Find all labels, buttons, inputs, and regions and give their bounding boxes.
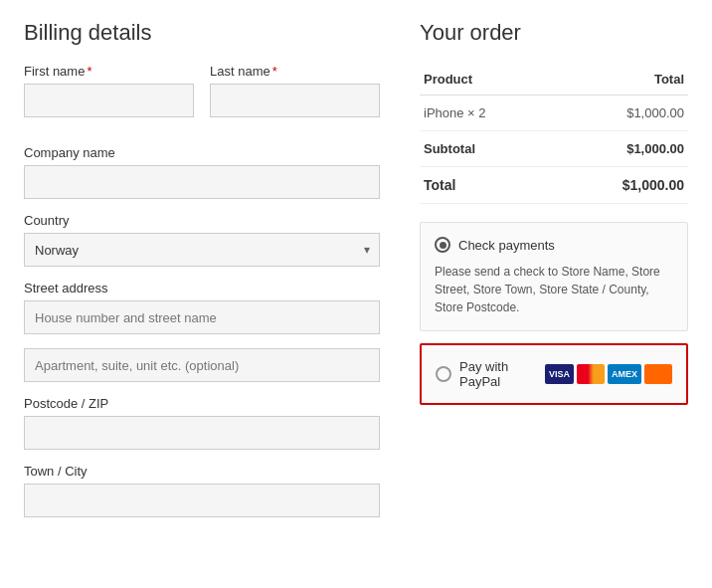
paypal-card-icons: VISA AMEX	[545, 364, 672, 384]
apt-input[interactable]	[24, 348, 380, 382]
town-input[interactable]	[24, 484, 380, 517]
billing-section: Billing details First name* Last name* C…	[24, 20, 380, 531]
order-table: Product Total iPhone × 2 $1,000.00 Subto…	[420, 64, 688, 204]
mastercard-icon	[577, 364, 605, 384]
postcode-label: Postcode / ZIP	[24, 396, 380, 411]
town-label: Town / City	[24, 464, 380, 479]
first-name-group: First name*	[24, 64, 194, 117]
street-input[interactable]	[24, 300, 380, 334]
table-row: iPhone × 2 $1,000.00	[420, 96, 688, 131]
check-payment-option[interactable]: Check payments Please send a check to St…	[420, 222, 688, 331]
order-section: Your order Product Total iPhone × 2 $1,0…	[420, 20, 688, 531]
order-title: Your order	[420, 20, 688, 46]
paypal-payment-header: Pay with PayPal VISA AMEX	[436, 359, 672, 389]
check-radio[interactable]	[435, 237, 450, 253]
amex-icon: AMEX	[608, 364, 641, 384]
last-name-group: Last name*	[210, 64, 380, 117]
total-label: Total	[420, 167, 554, 204]
company-group: Company name	[24, 145, 380, 199]
postcode-group: Postcode / ZIP	[24, 396, 380, 450]
postcode-input[interactable]	[24, 416, 380, 450]
first-name-input[interactable]	[24, 84, 194, 117]
subtotal-label: Subtotal	[420, 131, 554, 167]
country-group: Country Norway	[24, 213, 380, 267]
company-input[interactable]	[24, 165, 380, 199]
col-product: Product	[420, 64, 554, 96]
check-payment-label: Check payments	[458, 238, 673, 253]
paypal-radio[interactable]	[436, 366, 451, 382]
product-total: $1,000.00	[554, 96, 688, 131]
check-payment-header: Check payments	[435, 237, 673, 253]
paypal-payment-option[interactable]: Pay with PayPal VISA AMEX	[420, 343, 688, 405]
country-select-wrapper: Norway	[24, 233, 380, 267]
street-group: Street address	[24, 281, 380, 334]
first-name-label: First name*	[24, 64, 194, 79]
billing-title: Billing details	[24, 20, 380, 46]
company-label: Company name	[24, 145, 380, 160]
town-group: Town / City	[24, 464, 380, 517]
paypal-payment-label: Pay with PayPal	[459, 359, 537, 389]
street-label: Street address	[24, 281, 380, 295]
total-row: Total $1,000.00	[420, 167, 688, 204]
check-payment-desc: Please send a check to Store Name, Store…	[435, 263, 673, 316]
visa-icon: VISA	[545, 364, 574, 384]
payment-options: Check payments Please send a check to St…	[420, 222, 688, 405]
last-name-label: Last name*	[210, 64, 380, 79]
country-label: Country	[24, 213, 380, 228]
col-total: Total	[554, 64, 688, 96]
product-name: iPhone × 2	[420, 96, 554, 131]
total-value: $1,000.00	[554, 167, 688, 204]
discover-icon	[644, 364, 672, 384]
subtotal-value: $1,000.00	[554, 131, 688, 167]
subtotal-row: Subtotal $1,000.00	[420, 131, 688, 167]
apt-group	[24, 348, 380, 382]
last-name-input[interactable]	[210, 84, 380, 117]
country-select[interactable]: Norway	[24, 233, 380, 267]
